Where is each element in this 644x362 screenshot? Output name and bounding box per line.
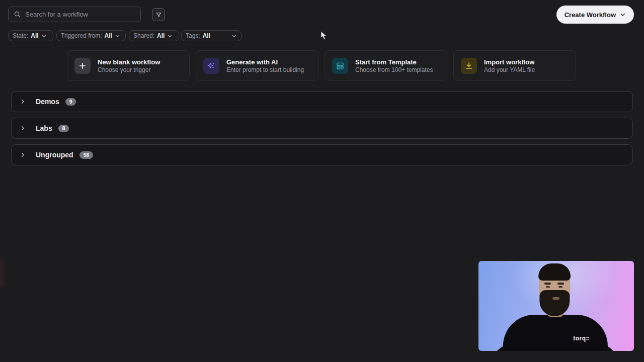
download-icon (461, 58, 477, 74)
edge-smudge (0, 259, 3, 287)
group-count-badge: 9 (65, 98, 76, 106)
filter-triggered-value: All (105, 32, 112, 39)
filter-tags-label: Tags: (186, 32, 200, 39)
card-title: Import workflow (484, 58, 535, 66)
import-workflow-card[interactable]: Import workflow Add your YAML file (453, 50, 576, 81)
group-row-ungrouped[interactable]: Ungrouped 58 (11, 144, 633, 165)
chevron-right-icon[interactable] (20, 152, 26, 158)
chevron-down-icon (115, 33, 120, 39)
template-icon (332, 58, 348, 74)
presenter-hair (538, 263, 571, 281)
create-workflow-label: Create Workflow (565, 11, 616, 19)
group-count-badge: 8 (58, 125, 69, 132)
filter-tags[interactable]: Tags: All (181, 30, 242, 41)
filter-shared-label: Shared: (133, 32, 154, 39)
start-from-template-card[interactable]: Start from Template Choose from 100+ tem… (325, 50, 447, 81)
create-workflow-button[interactable]: Create Workflow (556, 6, 634, 24)
group-name: Labs (36, 124, 52, 132)
filter-shared-value: All (157, 32, 165, 39)
presenter-eyebrow (544, 283, 551, 285)
group-row-demos[interactable]: Demos 9 (11, 91, 633, 112)
chevron-down-icon (231, 33, 237, 39)
filter-tags-value: All (203, 32, 210, 39)
new-blank-workflow-card[interactable]: New blank workflow Choose your trigger (67, 50, 190, 81)
chevron-down-icon (620, 12, 626, 18)
group-count-badge: 58 (79, 151, 93, 159)
chevron-right-icon[interactable] (20, 125, 26, 131)
funnel-icon (155, 12, 162, 18)
card-subtitle: Choose from 100+ templates (355, 66, 433, 74)
chevron-down-icon (41, 33, 47, 39)
presenter-eye (546, 286, 550, 288)
generate-with-ai-card[interactable]: Generate with AI Enter prompt to start b… (196, 50, 318, 81)
presenter-torso (503, 315, 607, 351)
chevron-right-icon[interactable] (20, 99, 26, 105)
search-icon (14, 11, 21, 18)
plus-icon (74, 58, 91, 74)
filter-triggered-label: Triggered from: (61, 32, 102, 39)
presenter-eyebrow (557, 283, 564, 285)
group-name: Ungrouped (36, 151, 73, 159)
workflow-search[interactable] (8, 7, 141, 22)
card-subtitle: Enter prompt to start building (226, 66, 304, 74)
presenter-eye (558, 286, 562, 288)
card-subtitle: Add your YAML file (484, 66, 535, 74)
filter-shared[interactable]: Shared: All (129, 30, 179, 41)
filter-button[interactable] (152, 8, 165, 21)
presenter-mouth (552, 297, 559, 300)
card-title: New blank workflow (98, 58, 160, 66)
search-input[interactable] (25, 11, 135, 18)
filter-triggered-from[interactable]: Triggered from: All (56, 30, 126, 41)
mouse-cursor (320, 31, 329, 41)
filter-state[interactable]: State: All (8, 30, 53, 41)
chevron-down-icon (167, 33, 173, 39)
group-row-labs[interactable]: Labs 8 (11, 118, 633, 139)
card-title: Generate with AI (226, 58, 304, 66)
filter-state-value: All (31, 32, 38, 39)
card-subtitle: Choose your trigger (98, 66, 160, 74)
shirt-logo: torq= (573, 335, 590, 342)
card-title: Start from Template (355, 58, 433, 66)
sparkles-icon (203, 58, 219, 74)
presenter-video-overlay: torq= (478, 261, 634, 351)
filter-state-label: State: (13, 32, 28, 39)
group-name: Demos (36, 98, 59, 106)
